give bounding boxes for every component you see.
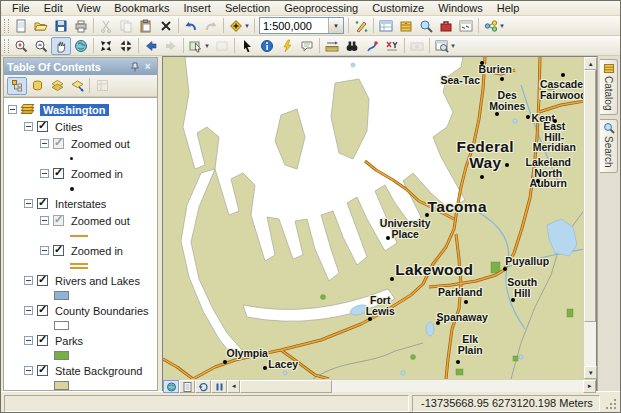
toc-item-label[interactable]: Zoomed out bbox=[68, 215, 133, 227]
layer-visibility-checkbox[interactable] bbox=[37, 198, 48, 209]
layer-visibility-checkbox[interactable] bbox=[53, 215, 64, 226]
paste-button[interactable] bbox=[136, 17, 156, 35]
toc-item-zoomed-out[interactable]: Zoomed out bbox=[4, 212, 157, 229]
layer-visibility-checkbox[interactable] bbox=[37, 275, 48, 286]
go-back-extent-button[interactable] bbox=[141, 37, 161, 55]
toc-symbol-double-line[interactable] bbox=[4, 259, 157, 272]
toc-item-zoomed-in[interactable]: Zoomed in bbox=[4, 242, 157, 259]
list-by-selection-button[interactable] bbox=[67, 77, 87, 95]
fixed-zoom-out-button[interactable] bbox=[116, 37, 136, 55]
collapse-expander-icon[interactable] bbox=[24, 366, 33, 375]
layer-visibility-checkbox[interactable] bbox=[53, 168, 64, 179]
menu-item-bookmarks[interactable]: Bookmarks bbox=[107, 1, 176, 16]
viewer-window-button[interactable] bbox=[432, 37, 452, 55]
catalog-window-button[interactable] bbox=[396, 17, 416, 35]
go-to-xy-button[interactable] bbox=[382, 37, 402, 55]
toc-symbol-dot-small[interactable] bbox=[4, 152, 157, 165]
collapse-expander-icon[interactable] bbox=[24, 336, 33, 345]
toc-symbol-line[interactable] bbox=[4, 229, 157, 242]
scroll-left-arrow[interactable]: ◄ bbox=[227, 380, 240, 393]
toc-item-label[interactable]: Rivers and Lakes bbox=[52, 275, 143, 287]
toolbar-grip[interactable] bbox=[4, 19, 9, 33]
zoom-out-button[interactable] bbox=[31, 37, 51, 55]
layout-view-button[interactable] bbox=[179, 380, 195, 393]
toc-item-label[interactable]: Zoomed in bbox=[68, 168, 126, 180]
toc-item-label[interactable]: County Boundaries bbox=[52, 305, 152, 317]
modelbuilder-window-button[interactable] bbox=[481, 17, 501, 35]
legend-symbol[interactable] bbox=[54, 381, 69, 390]
collapse-expander-icon[interactable] bbox=[24, 199, 33, 208]
vertical-scroll-thumb[interactable] bbox=[584, 70, 596, 322]
list-by-drawing-order-button[interactable] bbox=[7, 77, 27, 95]
horizontal-scroll-thumb[interactable] bbox=[240, 380, 332, 393]
list-by-source-button[interactable] bbox=[27, 77, 47, 95]
collapse-expander-icon[interactable] bbox=[24, 306, 33, 315]
layer-visibility-checkbox[interactable] bbox=[37, 335, 48, 346]
collapse-expander-icon[interactable] bbox=[40, 246, 49, 255]
delete-button[interactable] bbox=[156, 17, 176, 35]
layer-visibility-checkbox[interactable] bbox=[37, 121, 48, 132]
select-features-dropdown[interactable]: ▼ bbox=[204, 43, 212, 49]
add-data-button[interactable] bbox=[226, 17, 246, 35]
save-button[interactable] bbox=[51, 17, 71, 35]
toc-item-cities[interactable]: Cities bbox=[4, 118, 157, 135]
map-scale-input[interactable] bbox=[260, 18, 328, 33]
pin-icon[interactable] bbox=[128, 60, 141, 73]
menu-item-insert[interactable]: Insert bbox=[176, 1, 218, 16]
arctoolbox-window-button[interactable] bbox=[436, 17, 456, 35]
find-button[interactable] bbox=[342, 37, 362, 55]
table-of-contents-window-button[interactable] bbox=[376, 17, 396, 35]
map-vertical-scrollbar[interactable]: ▲ ▼ bbox=[583, 57, 596, 379]
toc-item-label[interactable]: Interstates bbox=[52, 198, 109, 210]
print-button[interactable] bbox=[71, 17, 91, 35]
collapse-expander-icon[interactable] bbox=[24, 276, 33, 285]
undo-button[interactable] bbox=[181, 17, 201, 35]
pause-drawing-button[interactable] bbox=[211, 380, 227, 393]
toc-item-label[interactable]: Zoomed out bbox=[68, 138, 133, 150]
collapse-expander-icon[interactable] bbox=[8, 105, 17, 114]
html-popup-button[interactable] bbox=[297, 37, 317, 55]
toolbar-overflow[interactable]: ▼ bbox=[450, 43, 458, 49]
editor-sketch-button[interactable] bbox=[351, 17, 371, 35]
toc-symbol-swatch[interactable] bbox=[4, 289, 157, 302]
toc-symbol-swatch[interactable] bbox=[4, 379, 157, 390]
find-route-button[interactable] bbox=[362, 37, 382, 55]
menu-item-selection[interactable]: Selection bbox=[218, 1, 277, 16]
zoom-in-button[interactable] bbox=[11, 37, 31, 55]
tab-search[interactable]: Search bbox=[600, 119, 618, 173]
pan-button[interactable] bbox=[51, 37, 71, 55]
tab-catalog[interactable]: Catalog bbox=[600, 59, 618, 115]
menu-item-view[interactable]: View bbox=[70, 1, 108, 16]
toc-symbol-dot[interactable] bbox=[4, 182, 157, 195]
collapse-expander-icon[interactable] bbox=[40, 139, 49, 148]
toc-item-interstates[interactable]: Interstates bbox=[4, 195, 157, 212]
select-features-button[interactable] bbox=[186, 37, 206, 55]
collapse-expander-icon[interactable] bbox=[40, 216, 49, 225]
layer-visibility-checkbox[interactable] bbox=[37, 365, 48, 376]
data-view-button[interactable] bbox=[163, 380, 179, 393]
identify-button[interactable] bbox=[257, 37, 277, 55]
scroll-right-arrow[interactable]: ► bbox=[583, 380, 596, 393]
toc-item-label[interactable]: Cities bbox=[52, 121, 86, 133]
toc-item-rivers-and-lakes[interactable]: Rivers and Lakes bbox=[4, 272, 157, 289]
search-window-button[interactable] bbox=[416, 17, 436, 35]
layer-visibility-checkbox[interactable] bbox=[53, 138, 64, 149]
select-elements-button[interactable] bbox=[237, 37, 257, 55]
map-horizontal-scrollbar[interactable]: ◄ ► bbox=[227, 380, 596, 392]
fixed-zoom-in-button[interactable] bbox=[96, 37, 116, 55]
toc-item-state-background[interactable]: State Background bbox=[4, 362, 157, 379]
layer-visibility-checkbox[interactable] bbox=[53, 245, 64, 256]
menu-item-customize[interactable]: Customize bbox=[365, 1, 431, 16]
open-button[interactable] bbox=[31, 17, 51, 35]
toolbar-overflow[interactable]: ▼ bbox=[499, 23, 507, 29]
close-icon[interactable]: × bbox=[141, 60, 154, 73]
scroll-up-arrow[interactable]: ▲ bbox=[584, 57, 597, 70]
toc-symbol-swatch[interactable] bbox=[4, 319, 157, 332]
toc-item-label[interactable]: Parks bbox=[52, 335, 86, 347]
menu-item-windows[interactable]: Windows bbox=[431, 1, 490, 16]
toolbar-grip[interactable] bbox=[4, 39, 9, 53]
hyperlink-button[interactable] bbox=[277, 37, 297, 55]
python-window-button[interactable] bbox=[456, 17, 476, 35]
menu-item-file[interactable]: File bbox=[5, 1, 37, 16]
legend-symbol[interactable] bbox=[70, 235, 88, 237]
